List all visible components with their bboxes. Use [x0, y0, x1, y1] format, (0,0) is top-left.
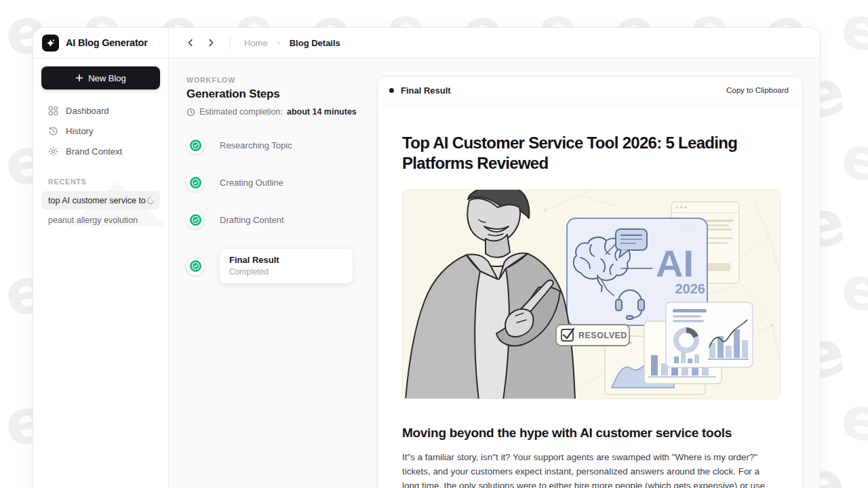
result-header-title: Final Result — [401, 85, 451, 96]
topbar: Home › Blog Details — [169, 28, 820, 58]
article-title: Top AI Customer Service Tool 2026: 5 Lea… — [402, 133, 778, 174]
step-label: Creating Outline — [220, 178, 283, 188]
workflow-eyebrow: WORKFLOW — [186, 76, 377, 84]
recent-item-label: peanut allergy evolution — [48, 216, 155, 225]
topbar-divider — [230, 36, 231, 49]
plus-icon — [75, 74, 83, 82]
step-creating-outline[interactable]: Creating Outline — [186, 174, 377, 191]
forward-button[interactable] — [203, 35, 219, 51]
clock-icon — [186, 108, 195, 117]
sidebar: New Blog Dashboard — [33, 58, 169, 488]
article: Top AI Customer Service Tool 2026: 5 Lea… — [378, 104, 802, 488]
final-result-status: Completed — [229, 267, 343, 277]
new-blog-button[interactable]: New Blog — [41, 66, 160, 89]
sidebar-item-label: History — [66, 126, 93, 136]
sidebar-item-brand-context[interactable]: Brand Context — [41, 141, 160, 161]
history-clock-icon — [48, 126, 58, 136]
article-paragraph: It"s a familiar story, isn"t it? Your su… — [402, 451, 778, 488]
result-card-header: Final Result Copy to Clipboard — [378, 77, 802, 104]
workflow-panel: WORKFLOW Generation Steps Estimated comp… — [169, 58, 377, 488]
final-result-title: Final Result — [229, 255, 343, 265]
dashboard-grid-icon — [48, 106, 58, 116]
resolved-label: RESOLVED — [578, 331, 627, 340]
step-status-chip — [186, 136, 204, 154]
workflow-title: Generation Steps — [186, 87, 377, 101]
step-final-result[interactable]: Final Result Completed — [186, 248, 377, 284]
recent-item-active[interactable]: top AI customer service to... — [41, 191, 160, 209]
breadcrumb-home[interactable]: Home — [244, 38, 268, 48]
final-result-card[interactable]: Final Result Completed — [219, 248, 353, 284]
sidebar-item-label: Dashboard — [66, 106, 109, 116]
hero-illustration: AI 2026 — [402, 189, 781, 399]
gear-icon — [48, 146, 58, 157]
sidebar-item-history[interactable]: History — [41, 121, 160, 141]
sidebar-item-dashboard[interactable]: Dashboard — [41, 100, 160, 121]
sidebar-item-label: Brand Context — [66, 146, 122, 157]
recent-item-label: top AI customer service to... — [48, 196, 146, 205]
step-status-chip — [186, 174, 204, 191]
copy-to-clipboard-button[interactable]: Copy to Clipboard — [726, 86, 789, 94]
result-area: Final Result Copy to Clipboard Top AI Cu… — [377, 58, 820, 488]
sparkle-icon — [45, 38, 56, 48]
loading-spinner-icon — [146, 197, 155, 205]
ai-label: AI — [656, 242, 694, 285]
check-circle-icon — [189, 260, 202, 272]
sidebar-nav: Dashboard History — [41, 100, 160, 161]
step-researching-topic[interactable]: Researching Topic — [186, 136, 377, 154]
resolved-badge: RESOLVED — [556, 325, 629, 346]
step-label: Drafting Content — [220, 215, 284, 225]
check-circle-icon — [189, 214, 202, 226]
step-status-chip — [186, 258, 204, 275]
chevron-right-icon — [206, 38, 216, 47]
brand: AI Blog Generator — [33, 28, 169, 58]
section-heading: Moving beyond the hype with AI customer … — [402, 426, 778, 441]
breadcrumb-current: Blog Details — [290, 38, 340, 48]
step-label: Researching Topic — [220, 140, 292, 150]
window-header: AI Blog Generator Home › Blog Details — [33, 28, 820, 58]
recents-heading: RECENTS — [48, 178, 160, 186]
chevron-left-icon — [186, 38, 195, 47]
app-window: AI Blog Generator Home › Blog Details Ne… — [33, 27, 821, 488]
check-circle-icon — [189, 176, 202, 189]
result-card: Final Result Copy to Clipboard Top AI Cu… — [377, 76, 803, 488]
workflow-estimate: Estimated completion: about 14 minutes — [186, 107, 377, 117]
back-button[interactable] — [182, 35, 199, 51]
app-logo — [42, 35, 59, 52]
breadcrumb-separator-icon: › — [277, 38, 280, 47]
status-dot-icon — [389, 88, 394, 93]
app-title: AI Blog Generator — [66, 37, 148, 48]
check-circle-icon — [189, 139, 202, 152]
step-status-chip — [186, 211, 204, 228]
steps-list: Researching Topic Creating Outline — [186, 136, 377, 284]
estimate-value: about 14 minutes — [287, 107, 357, 117]
recent-item[interactable]: peanut allergy evolution — [41, 211, 160, 229]
step-drafting-content[interactable]: Drafting Content — [186, 211, 377, 228]
ai-year-label: 2026 — [675, 281, 706, 296]
main-content: WORKFLOW Generation Steps Estimated comp… — [169, 58, 820, 488]
